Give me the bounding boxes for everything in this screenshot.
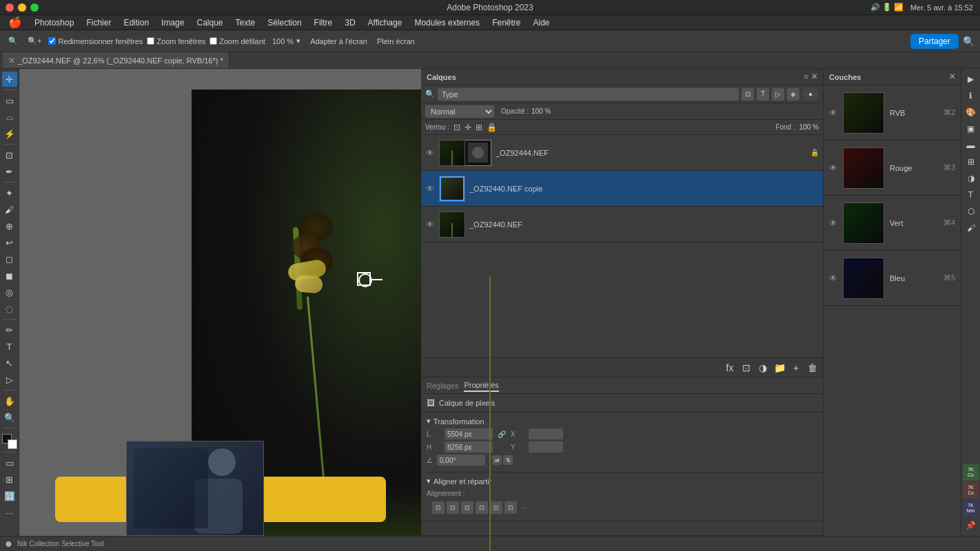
tool-zoom-in[interactable]: 🔍+ (25, 35, 44, 47)
tool-hand[interactable]: ✋ (2, 393, 17, 408)
scroll-zoom-checkbox[interactable]: Zoom défilant (210, 37, 265, 45)
add-adjustment-btn[interactable]: ◑ (757, 362, 769, 374)
fr-gradient-icon[interactable]: ▬ (963, 138, 979, 153)
align-left-btn[interactable]: ⊡ (432, 501, 445, 514)
menu-photoshop[interactable]: Photoshop (29, 17, 79, 29)
layer-item-oz92440[interactable]: 👁 _OZ92440.NEF (421, 207, 823, 242)
zoom-windows-checkbox[interactable]: Zoom fenêtres (147, 37, 205, 45)
tool-clone[interactable]: ⊕ (2, 218, 17, 233)
align-right-btn[interactable]: ⊡ (461, 501, 473, 514)
fill-value[interactable]: 100 % (799, 123, 819, 131)
document-tab[interactable]: ✕ _OZ92444.NEF @ 22,6% (_OZ92440.NEF cop… (3, 52, 229, 68)
menu-image[interactable]: Image (156, 17, 190, 29)
more-options-dots[interactable]: ··· (522, 504, 527, 512)
fr-info-icon[interactable]: ℹ (963, 88, 979, 103)
lock-all-btn[interactable]: 🔒 (487, 123, 497, 132)
tool-pen[interactable]: ✏ (2, 322, 17, 337)
tool-shape[interactable]: ▷ (2, 372, 17, 387)
tool-marquee[interactable]: ▭ (2, 93, 17, 108)
tool-crop[interactable]: ⊡ (2, 147, 17, 163)
menu-fenetre[interactable]: Fenêtre (487, 17, 526, 29)
tool-extra-3[interactable]: 🔢 (2, 488, 17, 503)
menu-3d[interactable]: 3D (339, 17, 360, 29)
fr-type-icon[interactable]: T (963, 187, 979, 202)
tool-zoom[interactable]: 🔍 (2, 410, 17, 425)
filter-toggle[interactable]: ● (802, 88, 819, 101)
tool-eyedropper[interactable]: ✒ (2, 164, 17, 179)
menu-edition[interactable]: Edition (118, 17, 154, 29)
tool-path-select[interactable]: ↖ (2, 355, 17, 371)
filter-btn-smart[interactable]: ◈ (787, 88, 799, 101)
couche-vis-vert[interactable]: 👁 (829, 218, 837, 228)
calques-panel-controls[interactable]: ≡ ✕ (804, 72, 817, 81)
tool-zoom-out[interactable]: 🔍 (6, 35, 21, 47)
couche-vis-rvb[interactable]: 👁 (829, 108, 837, 118)
delete-layer-btn[interactable]: 🗑 (806, 362, 819, 374)
add-style-btn[interactable]: fx (724, 362, 736, 374)
calques-collapse-icon[interactable]: ≡ (804, 72, 808, 81)
filter-btn-shape[interactable]: ▷ (772, 88, 784, 101)
layer-item-oz92444[interactable]: 👁 _OZ92444.NEF 🔒 (421, 135, 823, 171)
tool-more[interactable]: ··· (2, 505, 17, 520)
resize-windows-checkbox[interactable]: Redimensionner fenêtres (48, 37, 143, 45)
menu-aide[interactable]: Aide (527, 17, 555, 29)
flip-h-btn[interactable]: ⇄ (492, 455, 502, 465)
x-input[interactable] (529, 428, 563, 439)
couches-collapse-icon[interactable]: ✕ (949, 72, 955, 81)
fr-adjustment-icon[interactable]: ◑ (963, 171, 979, 186)
foreground-background-colors[interactable] (2, 434, 17, 449)
full-screen-button[interactable]: Plein écran (374, 36, 418, 47)
minimize-button[interactable] (18, 3, 26, 12)
add-group-btn[interactable]: 📁 (773, 362, 786, 374)
transformation-title[interactable]: ▾ Transformation (427, 417, 817, 426)
search-icon[interactable]: 🔍 (963, 36, 974, 47)
menu-filtre[interactable]: Filtre (309, 17, 338, 29)
tab-close-icon[interactable]: ✕ (8, 56, 15, 65)
align-bottom-btn[interactable]: ⊡ (504, 501, 517, 514)
tool-healing[interactable]: ✦ (2, 185, 17, 200)
menu-fichier[interactable]: Fichier (81, 17, 116, 29)
fr-patterns-icon[interactable]: ⊞ (963, 154, 979, 169)
menu-texte[interactable]: Texte (230, 17, 261, 29)
fr-shapes-icon[interactable]: ⬡ (963, 204, 979, 219)
apple-menu[interactable]: 🍎 (3, 16, 28, 29)
fr-swatches-icon[interactable]: ▣ (963, 121, 979, 136)
menu-modules[interactable]: Modules externes (409, 17, 485, 29)
height-input[interactable] (445, 441, 493, 453)
lock-artboards-btn[interactable]: ⊞ (476, 123, 482, 132)
proprietes-tab[interactable]: Propriétés (464, 380, 498, 392)
couche-item-rvb[interactable]: 👁 RVB ⌘2 (824, 85, 961, 141)
width-input[interactable] (445, 428, 493, 439)
blend-mode-select[interactable]: Normal Multiplier Screen (425, 105, 494, 118)
menu-selection[interactable]: Sélection (262, 17, 307, 29)
tool-extra-1[interactable]: ▭ (2, 455, 17, 470)
color-sample-3[interactable]: 7KMm (963, 500, 979, 517)
layer-visibility-oz92440[interactable]: 👁 (425, 220, 435, 229)
maximize-button[interactable] (30, 3, 39, 12)
layer-visibility-oz92440-copy[interactable]: 👁 (425, 184, 435, 194)
layer-visibility-oz92444[interactable]: 👁 (425, 148, 435, 158)
tool-brush[interactable]: 🖌 (2, 202, 17, 217)
angle-input[interactable] (437, 455, 485, 466)
close-button[interactable] (6, 3, 14, 12)
tool-move[interactable]: ✛ (2, 72, 17, 87)
align-center-v-btn[interactable]: ⊡ (490, 501, 502, 514)
add-mask-btn[interactable]: ⊡ (740, 362, 753, 374)
couche-item-bleu[interactable]: 👁 Bleu ⌘5 (824, 251, 961, 306)
y-input[interactable] (529, 441, 563, 453)
tool-magic-wand[interactable]: ⚡ (2, 126, 17, 141)
tool-text[interactable]: T (2, 339, 17, 354)
background-color[interactable] (8, 439, 17, 449)
align-title[interactable]: ▾ Aligner et répartir (427, 477, 817, 486)
menu-calque[interactable]: Calque (191, 17, 228, 29)
link-icon[interactable]: 🔗 (497, 429, 507, 439)
raglages-tab[interactable]: Réglages (427, 380, 458, 391)
tool-extra-2[interactable]: ⊞ (2, 472, 17, 487)
tool-blur[interactable]: ◎ (2, 284, 17, 300)
fr-brushes-icon[interactable]: 🖌 (963, 220, 979, 236)
zoom-level[interactable]: 100 % ▾ (269, 35, 303, 47)
color-sample-2[interactable]: 7KCx (963, 482, 979, 499)
couches-panel-controls[interactable]: ✕ (949, 72, 955, 81)
window-controls[interactable] (6, 3, 39, 12)
align-top-btn[interactable]: ⊡ (476, 501, 488, 514)
